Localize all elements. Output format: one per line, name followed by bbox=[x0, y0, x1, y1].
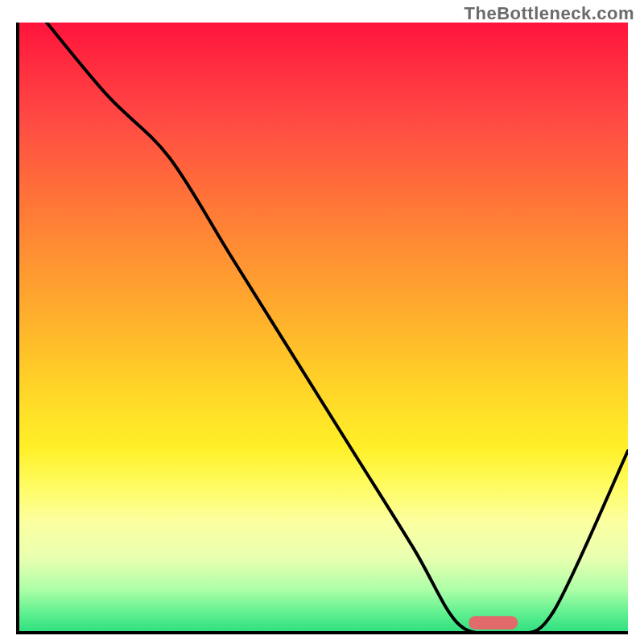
chart-container: TheBottleneck.com bbox=[0, 0, 644, 644]
optimal-marker bbox=[469, 616, 518, 630]
chart-overlay bbox=[16, 23, 628, 634]
watermark-text: TheBottleneck.com bbox=[464, 3, 634, 24]
bottleneck-curve bbox=[47, 23, 628, 634]
